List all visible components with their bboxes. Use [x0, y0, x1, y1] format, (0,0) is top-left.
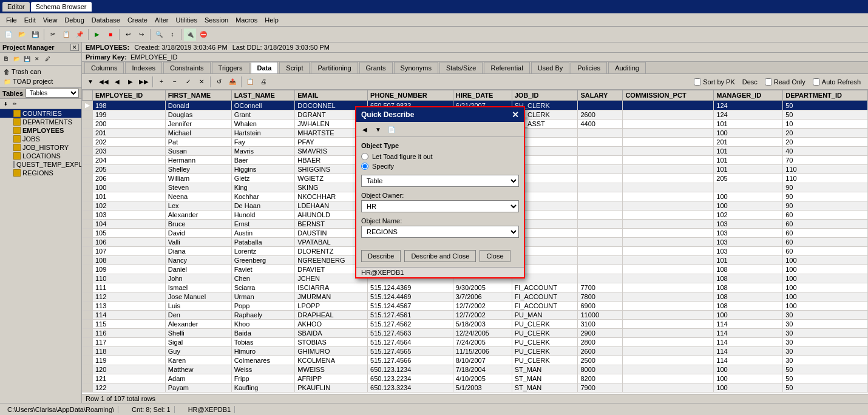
radio-let-toad-label: Let Toad figure it out: [372, 153, 432, 160]
app-container: Editor Schema Browser File Edit View Deb…: [0, 0, 868, 415]
describe-button[interactable]: Describe: [361, 250, 401, 262]
specify-field: Table View Procedure Function: [361, 175, 519, 187]
object-owner-label: Object Owner:: [361, 192, 519, 199]
specify-dropdown[interactable]: Table View Procedure Function: [361, 175, 519, 187]
dialog-footer: Describe Describe and Close Close: [356, 248, 524, 267]
dialog-status: HR@XEPDB1: [356, 267, 524, 277]
radio-let-toad: Let Toad figure it out: [361, 153, 519, 160]
dialog-doc-btn[interactable]: 📄: [385, 123, 398, 135]
object-name-field: Object Name: REGIONS EMPLOYEES DEPARTMEN…: [361, 217, 519, 238]
dialog-toolbar: ◀ ▼ 📄: [356, 122, 524, 137]
describe-close-button[interactable]: Describe and Close: [404, 250, 476, 262]
object-name-label: Object Name:: [361, 217, 519, 224]
object-owner-field: Object Owner: HR SYS SYSTEM: [361, 192, 519, 212]
close-dialog-button[interactable]: Close: [480, 250, 510, 262]
object-type-section: Object Type: [361, 142, 519, 149]
object-owner-dropdown[interactable]: HR SYS SYSTEM: [361, 200, 519, 212]
radio-specify-input[interactable]: [361, 163, 368, 170]
radio-specify-label: Specify: [372, 163, 394, 170]
dialog-overlay: Quick Describe ✕ ◀ ▼ 📄 Object Type Let T…: [0, 0, 868, 415]
radio-let-toad-input[interactable]: [361, 153, 368, 160]
quick-describe-dialog: Quick Describe ✕ ◀ ▼ 📄 Object Type Let T…: [355, 106, 525, 278]
dialog-title: Quick Describe: [361, 110, 414, 119]
radio-group: Let Toad figure it out Specify: [361, 153, 519, 170]
radio-specify: Specify: [361, 163, 519, 170]
dialog-arrow-btn[interactable]: ▼: [372, 123, 384, 135]
dialog-title-bar: Quick Describe ✕: [356, 107, 524, 122]
dialog-back-btn[interactable]: ◀: [359, 123, 371, 135]
object-name-dropdown[interactable]: REGIONS EMPLOYEES DEPARTMENTS COUNTRIES: [361, 226, 519, 238]
dialog-body: Object Type Let Toad figure it out Speci…: [356, 137, 524, 248]
dialog-close-btn[interactable]: ✕: [512, 110, 519, 120]
